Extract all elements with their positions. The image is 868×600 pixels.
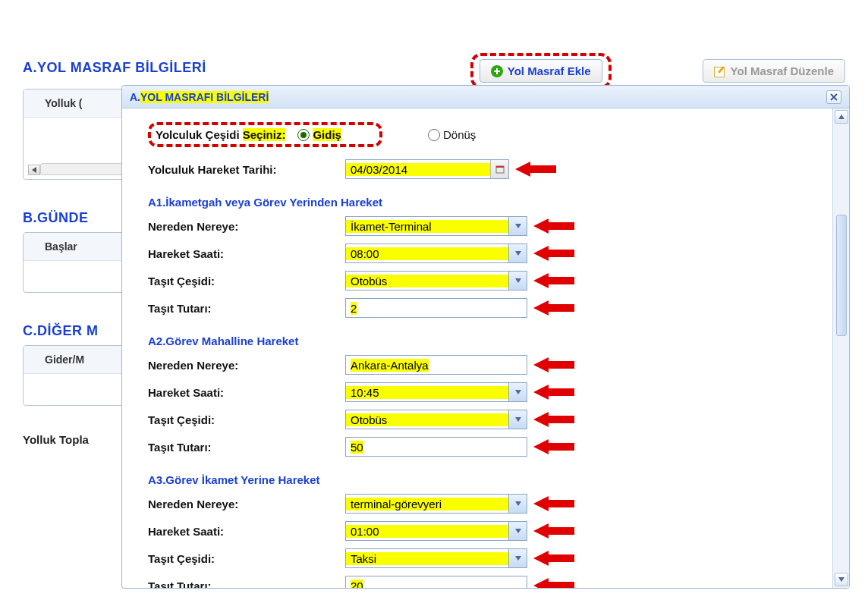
section-a-header: A.YOL MASRAF BİLGİLERİ bbox=[23, 60, 206, 76]
plus-icon bbox=[491, 65, 503, 77]
a1-vehicle-value: Otobüs bbox=[346, 275, 508, 287]
a3-vehicle-label: Taşıt Çeşidi: bbox=[148, 552, 345, 565]
close-icon bbox=[830, 93, 838, 101]
a3-time-select[interactable]: 01:00 bbox=[345, 521, 527, 541]
arrow-indicator bbox=[533, 385, 574, 400]
dropdown-button[interactable] bbox=[508, 495, 527, 513]
chevron-down-icon bbox=[515, 278, 521, 283]
chevron-down-icon bbox=[515, 251, 521, 256]
highlight-trip-type: Yolculuk Çeşidi Seçiniz: Gidiş bbox=[148, 122, 382, 147]
a3-header: A3.Görev İkamet Yerine Hareket bbox=[148, 473, 802, 486]
a1-vehicle-select[interactable]: Otobüs bbox=[345, 271, 527, 291]
a1-amount-value: 2 bbox=[351, 302, 357, 315]
a2-amount-value: 50 bbox=[351, 441, 363, 454]
arrow-indicator bbox=[533, 412, 574, 427]
arrow-indicator bbox=[515, 162, 556, 177]
a1-from-to-label: Nereden Nereye: bbox=[148, 220, 345, 233]
a2-time-label: Hareket Saati: bbox=[148, 386, 345, 399]
dropdown-button[interactable] bbox=[508, 217, 527, 235]
modal-vertical-scrollbar[interactable] bbox=[832, 108, 849, 588]
a3-amount-input[interactable]: 20 bbox=[345, 576, 527, 588]
radio-icon bbox=[297, 129, 310, 141]
modal-titlebar: A.YOL MASRAFI BİLGİLERİ bbox=[122, 86, 849, 108]
arrow-indicator bbox=[533, 273, 574, 288]
radio-donus-label: Dönüş bbox=[443, 128, 476, 141]
chevron-down-icon bbox=[838, 577, 844, 582]
modal-title: A.YOL MASRAFI BİLGİLERİ bbox=[130, 91, 269, 103]
radio-gidis[interactable]: Gidiş bbox=[297, 128, 341, 141]
radio-icon bbox=[428, 129, 440, 141]
a1-time-select[interactable]: 08:00 bbox=[345, 243, 527, 263]
dropdown-button[interactable] bbox=[508, 244, 527, 262]
a1-header: A1.İkametgah veya Görev Yerinden Hareket bbox=[148, 196, 802, 209]
edit-expense-button[interactable]: Yol Masraf Düzenle bbox=[703, 59, 845, 83]
arrow-indicator bbox=[533, 357, 574, 372]
arrow-indicator bbox=[533, 439, 574, 454]
chevron-down-icon bbox=[515, 501, 521, 506]
a2-amount-label: Taşıt Tutarı: bbox=[148, 441, 345, 454]
arrow-indicator bbox=[533, 246, 574, 261]
dropdown-button[interactable] bbox=[508, 272, 527, 290]
dropdown-button[interactable] bbox=[508, 383, 527, 401]
arrow-indicator bbox=[533, 551, 574, 566]
edit-expense-label: Yol Masraf Düzenle bbox=[731, 64, 834, 77]
a1-time-value: 08:00 bbox=[346, 247, 508, 260]
radio-donus[interactable]: Dönüş bbox=[428, 128, 476, 141]
a2-vehicle-select[interactable]: Otobüs bbox=[345, 410, 527, 429]
svg-rect-3 bbox=[496, 166, 504, 168]
calendar-icon bbox=[495, 165, 505, 174]
scrollbar-thumb[interactable] bbox=[836, 215, 847, 336]
a3-time-label: Hareket Saati: bbox=[148, 525, 345, 538]
a1-time-label: Hareket Saati: bbox=[148, 247, 345, 260]
travel-date-input[interactable]: 04/03/2014 bbox=[345, 159, 509, 179]
highlight-add-button: Yol Masraf Ekle bbox=[470, 53, 612, 89]
add-expense-button[interactable]: Yol Masraf Ekle bbox=[480, 59, 602, 83]
add-expense-label: Yol Masraf Ekle bbox=[508, 64, 591, 77]
dropdown-button[interactable] bbox=[508, 549, 527, 567]
a3-amount-label: Taşıt Tutarı: bbox=[148, 580, 345, 589]
a3-vehicle-select[interactable]: Taksi bbox=[345, 548, 527, 568]
travel-date-value: 04/03/2014 bbox=[346, 163, 490, 176]
a1-amount-input[interactable]: 2 bbox=[345, 298, 527, 318]
a1-amount-label: Taşıt Tutarı: bbox=[148, 302, 345, 315]
a3-from-to-value: terminal-görevyeri bbox=[346, 498, 508, 510]
a3-vehicle-value: Taksi bbox=[346, 552, 508, 565]
a2-amount-input[interactable]: 50 bbox=[345, 437, 527, 457]
a3-time-value: 01:00 bbox=[346, 525, 508, 538]
dropdown-button[interactable] bbox=[508, 522, 527, 540]
a2-time-select[interactable]: 10:45 bbox=[345, 382, 527, 402]
chevron-down-icon bbox=[515, 417, 521, 422]
edit-icon bbox=[714, 65, 726, 77]
arrow-indicator bbox=[533, 300, 574, 316]
a1-vehicle-label: Taşıt Çeşidi: bbox=[148, 275, 345, 287]
travel-date-label: Yolculuk Hareket Tarihi: bbox=[148, 163, 345, 176]
arrow-indicator bbox=[533, 578, 574, 588]
chevron-down-icon bbox=[515, 390, 521, 394]
chevron-down-icon bbox=[515, 529, 521, 533]
calendar-button[interactable] bbox=[490, 160, 508, 178]
expense-modal: A.YOL MASRAFI BİLGİLERİ Yolculuk Çeşidi … bbox=[121, 85, 850, 589]
arrow-indicator bbox=[533, 496, 574, 511]
a2-from-to-input[interactable]: Ankara-Antalya bbox=[345, 355, 527, 375]
a1-from-to-value: İkamet-Terminal bbox=[346, 220, 508, 233]
chevron-down-icon bbox=[515, 556, 521, 561]
a3-amount-value: 20 bbox=[351, 580, 363, 589]
arrow-indicator bbox=[533, 218, 574, 234]
a2-header: A2.Görev Mahalline Hareket bbox=[148, 335, 802, 347]
chevron-up-icon bbox=[838, 115, 844, 119]
a2-from-to-label: Nereden Nereye: bbox=[148, 359, 345, 372]
a2-from-to-value: Ankara-Antalya bbox=[351, 359, 429, 372]
a3-from-to-select[interactable]: terminal-görevyeri bbox=[345, 494, 527, 514]
trip-type-label: Yolculuk Çeşidi Seçiniz: bbox=[156, 128, 285, 141]
arrow-indicator bbox=[533, 523, 574, 539]
scroll-down-button[interactable] bbox=[835, 573, 848, 586]
scroll-left-button[interactable] bbox=[28, 165, 40, 175]
a2-vehicle-value: Otobüs bbox=[346, 413, 508, 426]
dropdown-button[interactable] bbox=[508, 410, 527, 429]
a2-vehicle-label: Taşıt Çeşidi: bbox=[148, 413, 345, 426]
scroll-up-button[interactable] bbox=[835, 110, 848, 124]
modal-close-button[interactable] bbox=[826, 90, 841, 104]
a2-time-value: 10:45 bbox=[346, 386, 508, 399]
a1-from-to-select[interactable]: İkamet-Terminal bbox=[345, 216, 527, 236]
a3-from-to-label: Nereden Nereye: bbox=[148, 498, 345, 510]
